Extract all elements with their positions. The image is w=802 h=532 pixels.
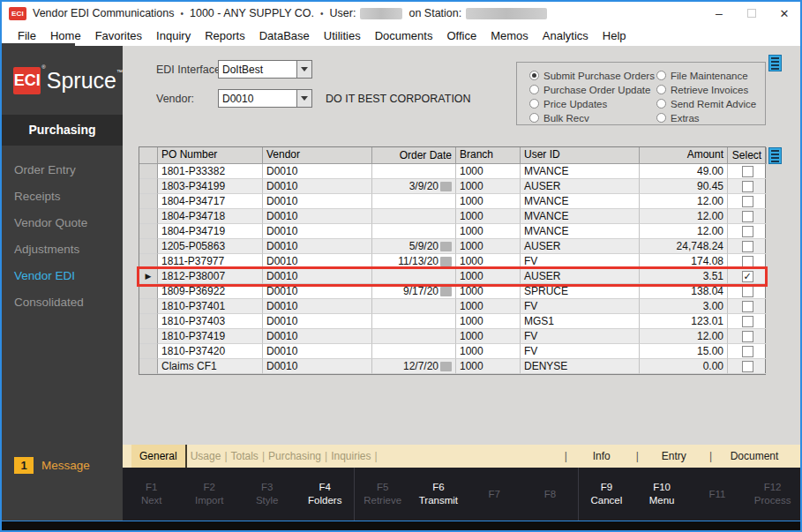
- column-header-vendor[interactable]: Vendor: [263, 147, 372, 164]
- row-selector[interactable]: [139, 344, 158, 359]
- dropdown-arrow-icon[interactable]: [296, 90, 311, 107]
- table-row[interactable]: 1804-P34719D00101000MVANCE12.00: [139, 224, 765, 239]
- menu-analytics[interactable]: Analytics: [536, 29, 596, 42]
- column-header-branch[interactable]: Branch: [456, 147, 521, 164]
- menu-help[interactable]: Help: [596, 29, 633, 42]
- select-checkbox[interactable]: [742, 346, 753, 357]
- radio-icon[interactable]: [529, 99, 539, 109]
- fkey-f7[interactable]: F7: [469, 488, 519, 501]
- row-selector[interactable]: [139, 359, 158, 374]
- message-indicator[interactable]: 1 Message: [14, 457, 90, 474]
- row-selector[interactable]: [139, 314, 158, 329]
- fkey-f8[interactable]: F8: [525, 488, 574, 501]
- options-menu-icon[interactable]: [768, 55, 782, 71]
- row-selector[interactable]: [139, 254, 158, 269]
- column-header-order-date[interactable]: Order Date: [372, 147, 456, 164]
- menu-file[interactable]: File: [11, 29, 43, 42]
- menu-documents[interactable]: Documents: [368, 29, 440, 42]
- row-selector[interactable]: [139, 284, 158, 299]
- fkey-f1-next[interactable]: F1Next: [127, 481, 176, 507]
- menu-favorites[interactable]: Favorites: [88, 29, 149, 42]
- fkey-f3-style[interactable]: F3Style: [243, 481, 292, 507]
- fkey-f6-transmit[interactable]: F6Transmit: [414, 481, 463, 507]
- tab-totals[interactable]: Totals: [228, 445, 262, 468]
- sidebar-item-consolidated[interactable]: Consolidated: [2, 289, 123, 316]
- table-row[interactable]: 1810-P37403D00101000MGS1123.01: [139, 314, 765, 329]
- radio-icon[interactable]: [529, 71, 539, 80]
- radio-icon[interactable]: [656, 99, 666, 109]
- fkey-f10-menu[interactable]: F10Menu: [637, 481, 686, 507]
- tab-purchasing[interactable]: Purchasing: [265, 445, 325, 468]
- vendor-select[interactable]: D0010: [218, 89, 312, 108]
- table-row[interactable]: 1809-P36922D00109/17/201000SPRUCE138.04: [139, 284, 765, 299]
- row-selector[interactable]: [139, 164, 158, 179]
- select-checkbox[interactable]: [742, 226, 753, 237]
- fkey-f2-import[interactable]: F2Import: [184, 481, 234, 507]
- row-selector[interactable]: [139, 239, 158, 254]
- radio-icon[interactable]: [656, 85, 666, 94]
- row-selector[interactable]: [139, 194, 158, 209]
- grid-menu-icon[interactable]: [768, 147, 782, 164]
- select-checkbox[interactable]: [742, 241, 753, 252]
- select-checkbox[interactable]: [742, 256, 753, 267]
- fkey-f9-cancel[interactable]: F9Cancel: [581, 481, 631, 507]
- maximize-button[interactable]: [747, 9, 756, 18]
- radio-option-price-updates[interactable]: Price Updates: [529, 97, 656, 110]
- radio-icon[interactable]: [656, 113, 666, 123]
- table-row[interactable]: 1803-P34199D00103/9/201000AUSER90.45: [139, 179, 765, 194]
- radio-option-submit-purchase-orders[interactable]: Submit Purchase Orders: [529, 69, 656, 82]
- sidebar-item-receipts[interactable]: Receipts: [2, 184, 123, 210]
- radio-icon[interactable]: [529, 85, 539, 94]
- sidebar-item-adjustments[interactable]: Adjustments: [2, 236, 123, 263]
- tab-usage[interactable]: Usage: [187, 445, 225, 468]
- menu-database[interactable]: DataBase: [252, 29, 317, 42]
- table-row[interactable]: 1810-P37420D00101000FV15.00: [139, 344, 765, 359]
- tab-entry[interactable]: Entry: [641, 445, 708, 468]
- table-row[interactable]: 1205-P05863D00105/9/201000AUSER24,748.24: [139, 239, 765, 254]
- row-selector[interactable]: [139, 179, 158, 194]
- column-header-select[interactable]: Select: [728, 147, 767, 164]
- select-checkbox[interactable]: [742, 301, 753, 312]
- sidebar-item-vendor-quote[interactable]: Vendor Quote: [2, 210, 123, 236]
- table-row[interactable]: Claims CF1D001012/7/201000DENYSE0.00: [139, 359, 765, 374]
- table-row[interactable]: 1810-P37419D00101000FV12.00: [139, 329, 765, 344]
- tab-inquiries[interactable]: Inquiries: [327, 445, 374, 468]
- fkey-f4-folders[interactable]: F4Folders: [300, 481, 349, 507]
- menu-office[interactable]: Office: [439, 29, 483, 42]
- select-checkbox[interactable]: [742, 361, 753, 372]
- sidebar-item-vendor-edi[interactable]: Vendor EDI: [2, 263, 123, 289]
- radio-option-extras[interactable]: Extras: [656, 111, 756, 124]
- radio-option-send-remit-advice[interactable]: Send Remit Advice: [656, 97, 756, 110]
- table-row[interactable]: 1811-P37977D001011/13/201000FV174.08: [139, 254, 765, 269]
- row-selector[interactable]: [139, 329, 158, 344]
- radio-option-retrieve-invoices[interactable]: Retrieve Invoices: [656, 83, 756, 96]
- edi-interface-select[interactable]: DoItBest: [218, 60, 312, 79]
- select-checkbox[interactable]: [742, 166, 753, 177]
- select-checkbox[interactable]: [742, 181, 753, 192]
- select-checkbox[interactable]: [742, 331, 753, 342]
- minimize-button[interactable]: –: [712, 9, 726, 18]
- tab-info[interactable]: Info: [569, 445, 634, 468]
- table-row[interactable]: 1804-P34718D00101000MVANCE12.00: [139, 209, 765, 224]
- dropdown-arrow-icon[interactable]: [296, 61, 311, 78]
- table-row[interactable]: 1804-P34717D00101000MVANCE12.00: [139, 194, 765, 209]
- row-selector[interactable]: [139, 299, 158, 314]
- column-header-po-number[interactable]: PO Number: [158, 147, 263, 164]
- radio-option-purchase-order-update[interactable]: Purchase Order Update: [529, 83, 656, 96]
- menu-home[interactable]: Home: [43, 29, 88, 42]
- select-checkbox[interactable]: [742, 211, 753, 222]
- tab-document[interactable]: Document: [714, 445, 795, 468]
- column-header-user-id[interactable]: User ID: [521, 147, 640, 164]
- row-selector[interactable]: [139, 224, 158, 239]
- fkey-f12-process[interactable]: F12Process: [748, 481, 798, 507]
- close-button[interactable]: ✕: [777, 7, 791, 20]
- radio-icon[interactable]: [529, 113, 539, 123]
- menu-reports[interactable]: Reports: [198, 29, 252, 42]
- row-selector[interactable]: ▶: [139, 269, 158, 284]
- sidebar-item-order-entry[interactable]: Order Entry: [2, 157, 123, 184]
- table-row[interactable]: 1810-P37401D00101000FV3.00: [139, 299, 765, 314]
- row-selector[interactable]: [139, 209, 158, 224]
- column-header-amount[interactable]: Amount: [640, 147, 728, 164]
- menu-memos[interactable]: Memos: [483, 29, 536, 42]
- select-checkbox[interactable]: ✓: [742, 271, 753, 282]
